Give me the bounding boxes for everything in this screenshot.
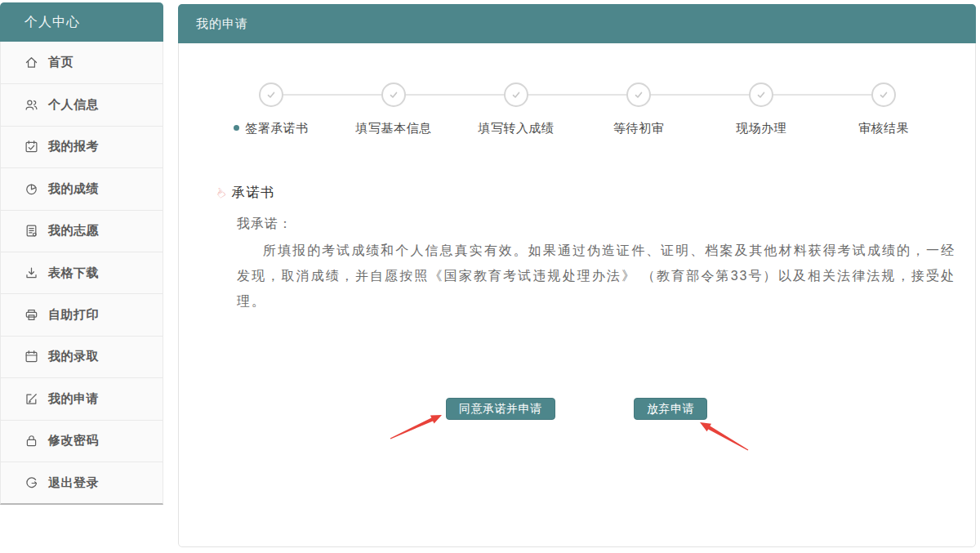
hand-point-icon: ☝ xyxy=(212,185,228,202)
sidebar-item-my-scores[interactable]: 我的成绩 xyxy=(1,167,163,209)
check-icon xyxy=(510,88,523,101)
download-icon xyxy=(24,266,38,280)
sidebar-item-my-registration[interactable]: 我的报考 xyxy=(1,126,163,167)
step-label: 填写基本信息 xyxy=(332,121,455,136)
abandon-application-button[interactable]: 放弃申请 xyxy=(634,398,707,420)
sidebar-item-logout[interactable]: 退出登录 xyxy=(1,462,163,503)
main-panel: 我的申请 签署承诺书 填写基本信息 填写转入成绩 xyxy=(178,4,976,547)
check-icon xyxy=(755,88,768,101)
sidebar-item-label: 我的申请 xyxy=(48,391,99,407)
sidebar-menu: 首页 个人信息 我的报考 我的成绩 xyxy=(0,42,163,505)
page: 个人中心 首页 个人信息 我的报考 xyxy=(0,0,980,553)
sidebar-item-personal-info[interactable]: 个人信息 xyxy=(1,83,163,125)
sidebar-item-label: 我的志愿 xyxy=(48,223,99,239)
notice-intro: 我承诺： xyxy=(237,216,292,233)
step-onsite-processing: 现场办理 xyxy=(700,83,822,136)
notice-title-row: ☝ 承诺书 xyxy=(216,184,274,202)
step-await-review: 等待初审 xyxy=(577,83,700,136)
sidebar-item-label: 我的成绩 xyxy=(48,181,99,197)
check-icon xyxy=(265,88,278,101)
sidebar-item-label: 退出登录 xyxy=(48,475,99,491)
sidebar-item-label: 个人信息 xyxy=(48,97,99,113)
document-icon xyxy=(24,224,38,238)
step-label: 填写转入成绩 xyxy=(455,121,577,136)
home-icon xyxy=(24,56,38,69)
step-label: 等待初审 xyxy=(577,121,700,136)
sidebar-item-label: 我的录取 xyxy=(48,349,99,364)
users-icon xyxy=(24,98,38,112)
step-circle xyxy=(749,83,773,107)
printer-icon xyxy=(24,308,38,322)
lock-icon xyxy=(24,434,38,448)
sidebar: 个人中心 首页 个人信息 我的报考 xyxy=(0,2,163,505)
notice-body: 所填报的考试成绩和个人信息真实有效。如果通过伪造证件、证明、档案及其他材料获得考… xyxy=(237,238,956,314)
logout-icon xyxy=(24,476,38,490)
step-review-result: 审核结果 xyxy=(822,83,945,136)
step-circle xyxy=(504,83,528,107)
check-icon xyxy=(387,88,400,101)
step-label: 现场办理 xyxy=(700,121,822,136)
pie-chart-icon xyxy=(24,182,38,196)
sidebar-item-label: 我的报考 xyxy=(48,139,99,154)
sidebar-item-my-application[interactable]: 我的申请 xyxy=(1,377,163,419)
sidebar-item-my-admission[interactable]: 我的录取 xyxy=(1,336,163,377)
sidebar-item-change-password[interactable]: 修改密码 xyxy=(1,420,163,462)
step-circle xyxy=(381,83,406,107)
agree-commitment-button[interactable]: 同意承诺并申请 xyxy=(446,398,555,420)
notice-title: 承诺书 xyxy=(232,184,275,202)
edit-icon xyxy=(24,392,38,406)
step-transfer-scores: 填写转入成绩 xyxy=(455,83,577,136)
step-label: 签署承诺书 xyxy=(210,121,332,136)
sidebar-item-label: 修改密码 xyxy=(48,433,99,448)
step-label: 审核结果 xyxy=(822,121,945,136)
sidebar-item-label: 表格下载 xyxy=(48,265,99,281)
sidebar-item-my-preferences[interactable]: 我的志愿 xyxy=(1,210,163,252)
calendar-icon xyxy=(24,350,38,363)
sidebar-item-label: 首页 xyxy=(48,55,74,70)
sidebar-item-form-download[interactable]: 表格下载 xyxy=(1,252,163,293)
check-icon xyxy=(632,88,645,101)
sidebar-item-self-print[interactable]: 自助打印 xyxy=(1,293,163,335)
step-progress: 签署承诺书 填写基本信息 填写转入成绩 等待初审 xyxy=(210,83,945,136)
panel-title: 我的申请 xyxy=(178,4,976,43)
step-basic-info: 填写基本信息 xyxy=(332,83,455,136)
current-step-dot xyxy=(234,125,239,131)
step-sign-commitment: 签署承诺书 xyxy=(210,83,332,136)
sidebar-item-home[interactable]: 首页 xyxy=(1,42,163,83)
calendar-check-icon xyxy=(24,140,38,154)
step-circle xyxy=(626,83,651,107)
sidebar-item-label: 自助打印 xyxy=(48,307,99,323)
step-circle xyxy=(871,83,896,107)
sidebar-title: 个人中心 xyxy=(0,2,163,42)
step-circle xyxy=(259,83,283,107)
check-icon xyxy=(877,88,890,101)
